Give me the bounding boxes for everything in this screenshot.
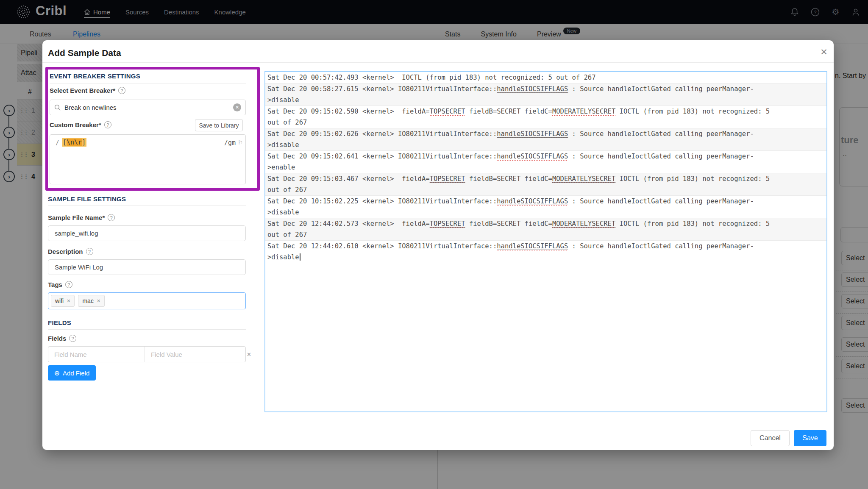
flag-icon[interactable]: ⚐ — [238, 138, 242, 146]
description-label: Description ? — [48, 248, 93, 255]
custom-breaker-label: Custom Breaker* ? — [50, 121, 111, 128]
regex-flags: /gm — [224, 139, 236, 147]
help-icon[interactable]: ? — [104, 121, 111, 128]
field-value-input[interactable] — [145, 347, 241, 362]
screen: Cribl HomeSourcesDestinationsKnowledge ?… — [0, 0, 868, 489]
section-divider — [50, 83, 246, 83]
log-line: out of 267 — [267, 117, 826, 128]
add-sample-data-modal: Add Sample Data ✕ EVENT BREAKER SETTINGS… — [42, 40, 834, 450]
tag-chip-mac: mac✕ — [78, 295, 105, 307]
log-event: Sat Dec 20 00:58:27.615 <kernel> IO80211… — [265, 83, 826, 106]
help-icon[interactable]: ? — [69, 335, 76, 342]
section-sample-file-settings: SAMPLE FILE SETTINGS — [48, 195, 126, 203]
tag-chip-wifi: wifi✕ — [51, 295, 75, 307]
text-cursor — [300, 253, 300, 261]
description-input[interactable] — [48, 259, 246, 275]
log-line: Sat Dec 20 10:15:02.225 <kernel> IO80211… — [267, 196, 826, 207]
save-button[interactable]: Save — [794, 430, 826, 446]
log-line: Sat Dec 20 09:15:03.467 <kernel> fieldA=… — [267, 173, 826, 184]
section-fields: FIELDS — [48, 319, 71, 326]
sample-data-editor[interactable]: Sat Dec 20 00:57:42.493 <kernel> IOCTL (… — [264, 71, 827, 412]
help-icon[interactable]: ? — [86, 248, 93, 255]
regex-lead-slash: / — [56, 139, 59, 147]
log-event: Sat Dec 20 09:15:02.641 <kernel> IO80211… — [265, 151, 826, 173]
help-icon[interactable]: ? — [118, 87, 125, 94]
section-divider — [48, 206, 246, 206]
remove-field-icon[interactable]: ✕ — [241, 351, 257, 358]
log-line: Sat Dec 20 00:57:42.493 <kernel> IOCTL (… — [267, 72, 826, 83]
clear-icon[interactable]: ✕ — [233, 103, 241, 111]
sample-file-name-label: Sample File Name* ? — [48, 214, 115, 221]
help-icon[interactable]: ? — [108, 214, 115, 221]
field-name-input[interactable] — [48, 347, 145, 362]
sample-file-name-input[interactable] — [48, 225, 246, 241]
log-event: Sat Dec 20 09:15:02.626 <kernel> IO80211… — [265, 128, 826, 151]
log-line: Sat Dec 20 09:15:02.590 <kernel> fieldA=… — [267, 106, 826, 117]
close-icon[interactable]: ✕ — [818, 46, 830, 58]
tags-label: Tags ? — [48, 281, 72, 288]
log-line: out of 267 — [267, 184, 826, 195]
save-to-library-button[interactable]: Save to Library — [195, 119, 243, 131]
log-line: >disable — [267, 139, 826, 150]
add-field-button[interactable]: ⊕ Add Field — [48, 365, 96, 381]
log-line: >disable — [267, 252, 826, 263]
plus-icon: ⊕ — [54, 369, 60, 377]
cancel-button[interactable]: Cancel — [751, 430, 790, 446]
custom-breaker-regex-editor[interactable]: / [\n\r] /gm ⚐ — [50, 134, 246, 184]
field-row: ✕ — [48, 346, 246, 362]
log-event: Sat Dec 20 09:15:03.467 <kernel> fieldA=… — [265, 173, 826, 196]
log-event: Sat Dec 20 12:44:02.610 <kernel> IO80211… — [265, 241, 826, 263]
log-line: Sat Dec 20 09:15:02.641 <kernel> IO80211… — [267, 151, 826, 162]
help-icon[interactable]: ? — [65, 281, 72, 288]
regex-pattern: [\n\r] — [62, 138, 86, 147]
select-event-breaker-label: Select Event Breaker* ? — [50, 87, 125, 94]
tags-input[interactable]: wifi✕mac✕ — [48, 292, 246, 309]
log-line: >enable — [267, 162, 826, 173]
event-breaker-value: Break on newlines — [64, 104, 230, 111]
search-icon — [54, 104, 61, 111]
log-line: Sat Dec 20 09:15:02.626 <kernel> IO80211… — [267, 128, 826, 139]
log-event: Sat Dec 20 00:57:42.493 <kernel> IOCTL (… — [265, 72, 826, 83]
modal-footer-divider — [42, 426, 834, 426]
log-event: Sat Dec 20 10:15:02.225 <kernel> IO80211… — [265, 196, 826, 218]
log-event: Sat Dec 20 12:44:02.573 <kernel> fieldA=… — [265, 218, 826, 241]
section-event-breaker-settings: EVENT BREAKER SETTINGS — [50, 72, 140, 80]
modal-title: Add Sample Data — [48, 48, 121, 58]
log-line: >disable — [267, 207, 826, 218]
log-line: Sat Dec 20 12:44:02.610 <kernel> IO80211… — [267, 241, 826, 252]
log-line: out of 267 — [267, 229, 826, 240]
log-event: Sat Dec 20 09:15:02.590 <kernel> fieldA=… — [265, 106, 826, 128]
log-line: >disable — [267, 94, 826, 106]
section-divider — [48, 329, 246, 330]
event-breaker-select[interactable]: Break on newlines ✕ — [50, 100, 246, 115]
remove-tag-icon[interactable]: ✕ — [67, 298, 70, 304]
log-line: Sat Dec 20 12:44:02.573 <kernel> fieldA=… — [267, 218, 826, 229]
log-line: Sat Dec 20 00:58:27.615 <kernel> IO80211… — [267, 83, 826, 94]
fields-label: Fields ? — [48, 335, 76, 342]
remove-tag-icon[interactable]: ✕ — [97, 298, 100, 304]
modal-header-divider — [42, 62, 834, 63]
